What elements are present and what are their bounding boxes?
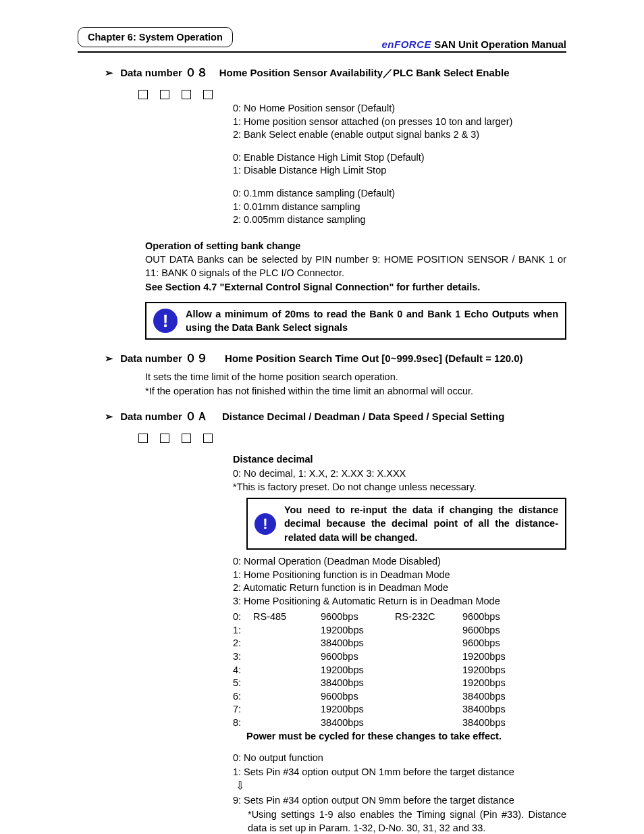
section-dn0A: ➢ Data number ０Ａ Distance Decimal / Dead… <box>105 409 566 834</box>
bullet-arrow-icon: ➢ <box>105 353 113 364</box>
dn0A-deadman: 0: Normal Operation (Deadman Mode Disabl… <box>233 555 566 608</box>
digit-boxes <box>138 432 225 443</box>
section-dn08: ➢ Data number ０８ Home Position Sensor Av… <box>105 65 566 340</box>
warning-icon: ! <box>153 309 178 333</box>
dn0A-warn-box: ! You need to re-input the data if chang… <box>246 498 566 550</box>
manual-label: SAN Unit Operation Manual <box>434 38 566 50</box>
dn09-body: It sets the time limit of the home posit… <box>145 370 566 398</box>
table-row: 5:38400bps19200bps <box>233 677 566 690</box>
dn08-heading: ➢ Data number ０８ Home Position Sensor Av… <box>105 65 566 80</box>
warning-icon: ! <box>254 513 276 535</box>
dn08-operation: Operation of setting bank change OUT DAT… <box>145 239 566 294</box>
manual-title: enFORCE SAN Unit Operation Manual <box>381 38 566 50</box>
dn0A-heading: ➢ Data number ０Ａ Distance Decimal / Dead… <box>105 409 566 424</box>
table-row: 7:19200bps38400bps <box>233 703 566 716</box>
dn0A-speed-note: Power must be cycled for these changes t… <box>246 731 566 741</box>
table-row: 4:19200bps19200bps <box>233 664 566 677</box>
dn0A-decimal: Distance decimal 0: No decimal, 1: X.X, … <box>233 452 566 494</box>
dn08-group3: 0: 0.1mm distance sampling (Default) 1: … <box>233 187 566 227</box>
bullet-arrow-icon: ➢ <box>105 67 113 78</box>
dn08-group2: 0: Enable Distance High Limit Stop (Defa… <box>233 151 566 178</box>
page-header: Chapter 6: System Operation enFORCE SAN … <box>78 27 566 53</box>
table-row: 3:9600bps19200bps <box>233 650 566 664</box>
table-row: 0:RS-4859600bpsRS-232C9600bps <box>233 610 566 624</box>
dn08-note-box: ! Allow a minimum of 20ms to read the Ba… <box>145 302 566 340</box>
down-arrow-icon: ⇩ <box>236 779 244 793</box>
table-row: 1:19200bps9600bps <box>233 624 566 637</box>
dn09-heading: ➢ Data number ０９ Home Position Search Ti… <box>105 350 566 366</box>
dn0A-speed-table: 0:RS-4859600bpsRS-232C9600bps 1:19200bps… <box>233 610 566 729</box>
page: Chapter 6: System Operation enFORCE SAN … <box>0 0 644 834</box>
table-row: 6:9600bps38400bps <box>233 690 566 704</box>
chapter-title: Chapter 6: System Operation <box>78 27 233 47</box>
brand-logo: enFORCE <box>381 38 431 50</box>
bullet-arrow-icon: ➢ <box>105 411 113 422</box>
table-row: 8:38400bps38400bps <box>233 716 566 730</box>
dn0A-output: 0: No output function 1: Sets Pin #34 op… <box>233 751 566 807</box>
dn0A-using-note: *Using settings 1-9 also enables the Tim… <box>248 808 566 834</box>
dn08-group1: 0: No Home Position sensor (Default) 1: … <box>233 102 566 142</box>
digit-boxes <box>138 88 225 99</box>
section-dn09: ➢ Data number ０９ Home Position Search Ti… <box>105 350 566 398</box>
table-row: 2:38400bps9600bps <box>233 637 566 650</box>
